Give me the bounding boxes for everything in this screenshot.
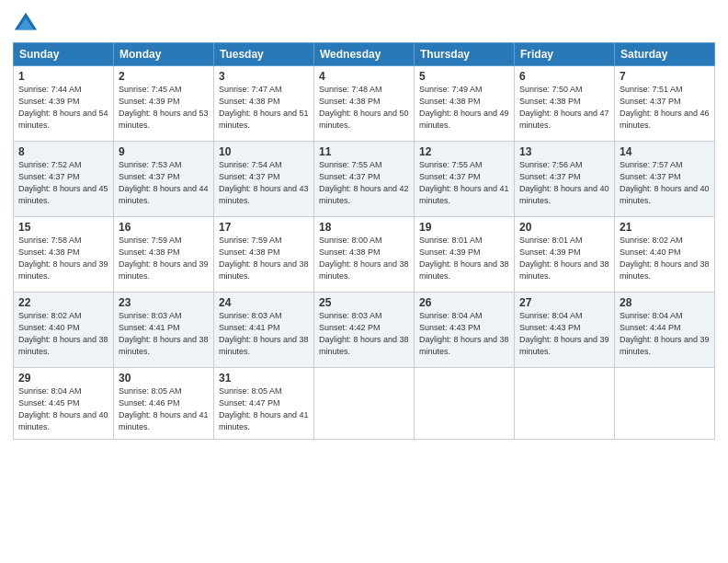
day-number: 12 [419, 145, 509, 158]
day-info: Sunrise: 8:02 AM Sunset: 4:40 PM Dayligh… [620, 235, 710, 282]
calendar-week-1: 1 Sunrise: 7:44 AM Sunset: 4:39 PM Dayli… [14, 66, 715, 142]
calendar-cell: 14 Sunrise: 7:57 AM Sunset: 4:37 PM Dayl… [615, 142, 715, 217]
calendar-cell: 25 Sunrise: 8:03 AM Sunset: 4:42 PM Dayl… [314, 293, 415, 368]
day-number: 3 [219, 70, 309, 83]
day-info: Sunrise: 7:55 AM Sunset: 4:37 PM Dayligh… [319, 159, 409, 207]
day-info: Sunrise: 7:52 AM Sunset: 4:37 PM Dayligh… [18, 159, 108, 207]
day-number: 19 [419, 221, 509, 234]
day-number: 28 [620, 296, 710, 309]
calendar-cell: 16 Sunrise: 7:59 AM Sunset: 4:38 PM Dayl… [114, 217, 214, 293]
col-header-wednesday: Wednesday [314, 43, 415, 66]
calendar-cell: 4 Sunrise: 7:48 AM Sunset: 4:38 PM Dayli… [314, 66, 415, 142]
day-info: Sunrise: 8:05 AM Sunset: 4:47 PM Dayligh… [219, 385, 309, 433]
calendar-cell: 11 Sunrise: 7:55 AM Sunset: 4:37 PM Dayl… [314, 142, 415, 217]
day-info: Sunrise: 8:03 AM Sunset: 4:42 PM Dayligh… [319, 310, 409, 358]
calendar-week-4: 22 Sunrise: 8:02 AM Sunset: 4:40 PM Dayl… [14, 293, 715, 368]
day-number: 21 [620, 221, 710, 234]
day-number: 25 [319, 296, 409, 309]
day-info: Sunrise: 7:58 AM Sunset: 4:38 PM Dayligh… [18, 235, 108, 282]
calendar-cell: 21 Sunrise: 8:02 AM Sunset: 4:40 PM Dayl… [615, 217, 715, 293]
calendar-cell: 10 Sunrise: 7:54 AM Sunset: 4:37 PM Dayl… [214, 142, 314, 217]
calendar-cell: 22 Sunrise: 8:02 AM Sunset: 4:40 PM Dayl… [14, 293, 114, 368]
calendar-cell: 5 Sunrise: 7:49 AM Sunset: 4:38 PM Dayli… [415, 66, 515, 142]
calendar-cell: 26 Sunrise: 8:04 AM Sunset: 4:43 PM Dayl… [415, 293, 515, 368]
calendar-cell: 28 Sunrise: 8:04 AM Sunset: 4:44 PM Dayl… [615, 293, 715, 368]
day-number: 15 [18, 221, 108, 234]
day-number: 6 [519, 70, 609, 83]
header [13, 11, 715, 37]
day-info: Sunrise: 7:57 AM Sunset: 4:37 PM Dayligh… [620, 159, 710, 207]
day-info: Sunrise: 7:51 AM Sunset: 4:37 PM Dayligh… [620, 84, 710, 132]
day-info: Sunrise: 8:02 AM Sunset: 4:40 PM Dayligh… [18, 310, 108, 358]
day-info: Sunrise: 7:48 AM Sunset: 4:38 PM Dayligh… [319, 84, 409, 132]
day-info: Sunrise: 8:01 AM Sunset: 4:39 PM Dayligh… [419, 235, 509, 282]
day-info: Sunrise: 7:54 AM Sunset: 4:37 PM Dayligh… [219, 159, 309, 207]
day-number: 30 [119, 372, 209, 385]
calendar-cell: 12 Sunrise: 7:55 AM Sunset: 4:37 PM Dayl… [415, 142, 515, 217]
calendar-cell: 17 Sunrise: 7:59 AM Sunset: 4:38 PM Dayl… [214, 217, 314, 293]
day-info: Sunrise: 7:59 AM Sunset: 4:38 PM Dayligh… [119, 235, 209, 282]
day-number: 31 [219, 372, 309, 385]
day-info: Sunrise: 8:05 AM Sunset: 4:46 PM Dayligh… [119, 385, 209, 433]
day-info: Sunrise: 8:03 AM Sunset: 4:41 PM Dayligh… [219, 310, 309, 358]
day-info: Sunrise: 7:55 AM Sunset: 4:37 PM Dayligh… [419, 159, 509, 207]
calendar-cell: 8 Sunrise: 7:52 AM Sunset: 4:37 PM Dayli… [14, 142, 114, 217]
day-info: Sunrise: 8:03 AM Sunset: 4:41 PM Dayligh… [119, 310, 209, 358]
calendar-week-5: 29 Sunrise: 8:04 AM Sunset: 4:45 PM Dayl… [14, 368, 715, 440]
calendar-cell: 7 Sunrise: 7:51 AM Sunset: 4:37 PM Dayli… [615, 66, 715, 142]
page-container: SundayMondayTuesdayWednesdayThursdayFrid… [0, 0, 728, 447]
calendar-cell: 31 Sunrise: 8:05 AM Sunset: 4:47 PM Dayl… [214, 368, 314, 440]
col-header-friday: Friday [515, 43, 615, 66]
day-number: 7 [620, 70, 710, 83]
calendar-cell: 19 Sunrise: 8:01 AM Sunset: 4:39 PM Dayl… [415, 217, 515, 293]
day-info: Sunrise: 8:04 AM Sunset: 4:43 PM Dayligh… [519, 310, 609, 358]
day-number: 10 [219, 145, 309, 158]
calendar-cell: 6 Sunrise: 7:50 AM Sunset: 4:38 PM Dayli… [515, 66, 615, 142]
calendar-cell [615, 368, 715, 440]
col-header-thursday: Thursday [415, 43, 515, 66]
calendar-cell [415, 368, 515, 440]
calendar-cell: 13 Sunrise: 7:56 AM Sunset: 4:37 PM Dayl… [515, 142, 615, 217]
day-number: 16 [119, 221, 209, 234]
day-info: Sunrise: 7:59 AM Sunset: 4:38 PM Dayligh… [219, 235, 309, 282]
day-number: 29 [18, 372, 108, 385]
day-number: 1 [18, 70, 108, 83]
day-number: 2 [119, 70, 209, 83]
calendar-cell: 20 Sunrise: 8:01 AM Sunset: 4:39 PM Dayl… [515, 217, 615, 293]
col-header-saturday: Saturday [615, 43, 715, 66]
day-number: 4 [319, 70, 409, 83]
calendar-cell: 27 Sunrise: 8:04 AM Sunset: 4:43 PM Dayl… [515, 293, 615, 368]
day-info: Sunrise: 7:44 AM Sunset: 4:39 PM Dayligh… [18, 84, 108, 132]
day-number: 5 [419, 70, 509, 83]
day-number: 20 [519, 221, 609, 234]
day-number: 18 [319, 221, 409, 234]
logo-icon [13, 11, 39, 37]
day-info: Sunrise: 7:49 AM Sunset: 4:38 PM Dayligh… [419, 84, 509, 132]
day-info: Sunrise: 8:04 AM Sunset: 4:44 PM Dayligh… [620, 310, 710, 358]
calendar-cell: 30 Sunrise: 8:05 AM Sunset: 4:46 PM Dayl… [114, 368, 214, 440]
day-number: 22 [18, 296, 108, 309]
col-header-sunday: Sunday [14, 43, 114, 66]
day-info: Sunrise: 8:00 AM Sunset: 4:38 PM Dayligh… [319, 235, 409, 282]
col-header-monday: Monday [114, 43, 214, 66]
day-info: Sunrise: 8:04 AM Sunset: 4:45 PM Dayligh… [18, 385, 108, 433]
day-number: 27 [519, 296, 609, 309]
calendar-header-row: SundayMondayTuesdayWednesdayThursdayFrid… [14, 43, 715, 66]
calendar-cell: 18 Sunrise: 8:00 AM Sunset: 4:38 PM Dayl… [314, 217, 415, 293]
calendar-cell: 29 Sunrise: 8:04 AM Sunset: 4:45 PM Dayl… [14, 368, 114, 440]
calendar-cell [314, 368, 415, 440]
day-info: Sunrise: 8:01 AM Sunset: 4:39 PM Dayligh… [519, 235, 609, 282]
calendar-cell [515, 368, 615, 440]
col-header-tuesday: Tuesday [214, 43, 314, 66]
calendar-cell: 9 Sunrise: 7:53 AM Sunset: 4:37 PM Dayli… [114, 142, 214, 217]
day-number: 14 [620, 145, 710, 158]
day-info: Sunrise: 7:56 AM Sunset: 4:37 PM Dayligh… [519, 159, 609, 207]
day-number: 17 [219, 221, 309, 234]
day-number: 9 [119, 145, 209, 158]
day-number: 26 [419, 296, 509, 309]
calendar-cell: 15 Sunrise: 7:58 AM Sunset: 4:38 PM Dayl… [14, 217, 114, 293]
calendar-cell: 2 Sunrise: 7:45 AM Sunset: 4:39 PM Dayli… [114, 66, 214, 142]
calendar-week-3: 15 Sunrise: 7:58 AM Sunset: 4:38 PM Dayl… [14, 217, 715, 293]
calendar: SundayMondayTuesdayWednesdayThursdayFrid… [13, 42, 715, 440]
day-number: 23 [119, 296, 209, 309]
